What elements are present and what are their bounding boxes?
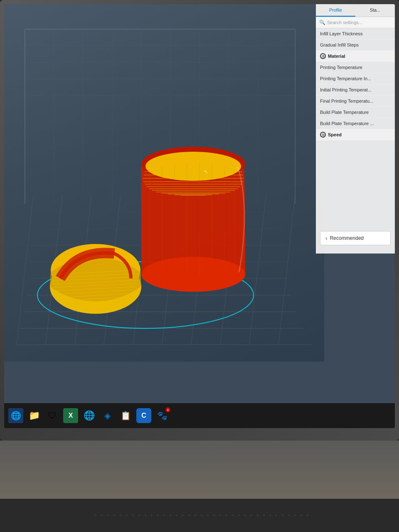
svg-line-40 [52, 277, 139, 281]
settings-item-gradual-infill[interactable]: Gradual Infill Steps [316, 39, 395, 51]
panel-tabs: Profile Sta... [316, 4, 395, 17]
settings-list: Infill Layer Thickness Gradual Infill St… [316, 28, 395, 140]
svg-point-90 [176, 515, 177, 516]
svg-point-53 [145, 152, 241, 181]
svg-point-103 [257, 515, 259, 516]
svg-point-79 [107, 515, 109, 516]
svg-line-32 [220, 195, 237, 345]
settings-item-infill-thickness[interactable]: Infill Layer Thickness [316, 28, 395, 39]
svg-line-25 [17, 195, 33, 345]
settings-item-print-temp-initial[interactable]: Printing Temperature In... [316, 73, 395, 84]
svg-line-39 [52, 273, 139, 278]
edge-icon[interactable]: 🌐 [8, 408, 23, 423]
3d-objects-svg: ↖ [4, 4, 324, 345]
svg-point-80 [113, 515, 115, 516]
notepad-icon[interactable]: 📋 [118, 408, 133, 423]
svg-text:↖: ↖ [204, 168, 209, 175]
right-settings-panel: Profile Sta... 🔍 Search settings... Infi… [316, 4, 395, 254]
search-box: 🔍 Search settings... [316, 17, 395, 28]
chrome-icon[interactable]: 🌐 [81, 408, 96, 423]
svg-line-26 [46, 195, 62, 345]
app8-icon[interactable]: 🐾 8 [155, 408, 170, 423]
svg-point-85 [145, 515, 146, 516]
svg-line-27 [75, 195, 91, 345]
settings-item-final-print-temp[interactable]: Final Printing Temperatu... [316, 96, 395, 107]
svg-point-36 [50, 260, 141, 314]
svg-point-81 [120, 515, 121, 516]
svg-point-101 [244, 515, 246, 516]
settings-item-initial-print-temp[interactable]: Initial Printing Temperat... [316, 84, 395, 96]
speed-section: ⊙ Speed [316, 129, 395, 140]
svg-line-33 [249, 195, 266, 345]
settings-item-build-plate-temp[interactable]: Build Plate Temperature [316, 107, 395, 118]
settings-item-build-plate-temp2[interactable]: Build Plate Temperature ... [316, 118, 395, 129]
excel-icon[interactable]: X [63, 408, 78, 423]
folder-icon[interactable]: 📁 [27, 408, 42, 423]
svg-point-82 [126, 515, 128, 516]
svg-point-104 [263, 515, 265, 516]
svg-point-97 [219, 515, 221, 516]
svg-line-42 [52, 283, 137, 288]
svg-point-105 [269, 515, 271, 516]
svg-point-92 [188, 515, 190, 516]
svg-point-35 [37, 262, 254, 328]
search-placeholder[interactable]: Search settings... [327, 20, 392, 25]
svg-line-31 [191, 195, 208, 345]
taskbar: 🌐 📁 🛡 X 🌐 ◈ 📋 C 🐾 8 [4, 403, 395, 428]
svg-line-28 [104, 195, 121, 345]
svg-line-44 [56, 290, 133, 294]
svg-line-38 [52, 270, 139, 274]
cura-icon[interactable]: C [136, 408, 151, 423]
speed-icon: ⊙ [320, 132, 326, 138]
svg-point-52 [141, 147, 245, 182]
speaker-grille: // We can't do JS here in SVG directly, … [0, 499, 399, 532]
svg-line-45 [58, 293, 131, 298]
svg-line-30 [162, 195, 179, 345]
svg-point-87 [157, 515, 159, 516]
svg-point-88 [163, 515, 165, 516]
vscode-icon[interactable]: ◈ [100, 408, 115, 423]
svg-point-37 [51, 244, 140, 296]
recommended-button[interactable]: ‹ Recommended [320, 231, 391, 245]
svg-line-29 [133, 195, 150, 345]
material-section: ⊙ Material [316, 51, 395, 62]
svg-point-106 [276, 515, 277, 516]
svg-point-95 [207, 515, 209, 516]
svg-line-47 [69, 300, 121, 303]
search-icon: 🔍 [319, 20, 325, 25]
svg-point-102 [251, 515, 252, 516]
print-viewport[interactable]: ↖ [4, 4, 324, 362]
perspective-walls [4, 4, 324, 204]
svg-point-77 [95, 515, 96, 516]
svg-point-84 [138, 515, 140, 516]
svg-point-51 [141, 257, 245, 292]
svg-point-107 [282, 515, 283, 516]
desk-surface: // We can't do JS here in SVG directly, … [0, 441, 399, 532]
svg-point-83 [132, 515, 134, 516]
material-icon: ⊙ [320, 53, 326, 59]
screen-bezel: ↖ Profile Sta... 🔍 Search settings... In… [4, 4, 395, 428]
settings-item-print-temp[interactable]: Printing Temperature [316, 62, 395, 73]
svg-point-108 [288, 515, 290, 516]
svg-point-86 [151, 515, 153, 516]
svg-line-50 [87, 307, 104, 308]
tab-profile[interactable]: Profile [316, 4, 355, 17]
svg-line-46 [62, 297, 127, 301]
svg-point-96 [213, 515, 215, 516]
svg-line-34 [278, 195, 295, 345]
svg-point-91 [182, 515, 184, 516]
svg-line-49 [81, 305, 108, 307]
svg-point-100 [238, 515, 240, 516]
svg-point-98 [226, 515, 227, 516]
tab-stage[interactable]: Sta... [355, 4, 395, 17]
svg-point-109 [294, 515, 296, 516]
defender-icon[interactable]: 🛡 [45, 408, 60, 423]
svg-point-89 [170, 515, 171, 516]
svg-point-111 [307, 515, 308, 516]
svg-point-93 [195, 515, 196, 516]
svg-line-41 [52, 280, 139, 284]
laptop-frame: ↖ Profile Sta... 🔍 Search settings... In… [0, 0, 399, 441]
svg-line-43 [54, 287, 135, 291]
screen-content: ↖ Profile Sta... 🔍 Search settings... In… [4, 4, 395, 428]
svg-point-110 [300, 515, 302, 516]
